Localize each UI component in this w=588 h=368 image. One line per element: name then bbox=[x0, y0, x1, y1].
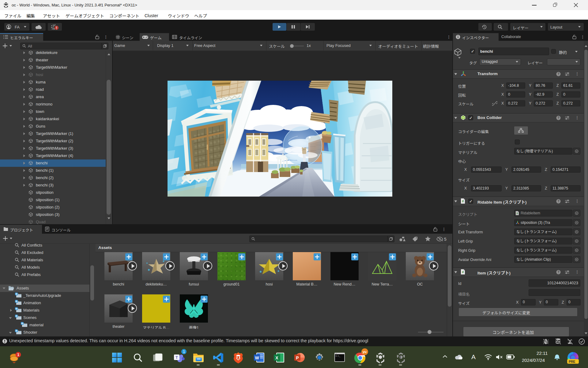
svg-text:?: ? bbox=[557, 270, 559, 274]
svg-text:1: 1 bbox=[17, 353, 19, 357]
svg-text:T: T bbox=[175, 355, 178, 360]
svg-text:?: ? bbox=[557, 116, 559, 120]
svg-text:#: # bbox=[462, 200, 464, 203]
svg-text:?: ? bbox=[557, 72, 559, 76]
svg-text:#: # bbox=[517, 212, 518, 215]
svg-text:X: X bbox=[275, 355, 278, 360]
svg-text:W: W bbox=[255, 355, 259, 360]
svg-text:P: P bbox=[296, 355, 299, 360]
svg-text:?: ? bbox=[557, 200, 559, 203]
svg-text:C:\_: C:\_ bbox=[336, 355, 341, 357]
svg-text:#: # bbox=[462, 270, 464, 274]
